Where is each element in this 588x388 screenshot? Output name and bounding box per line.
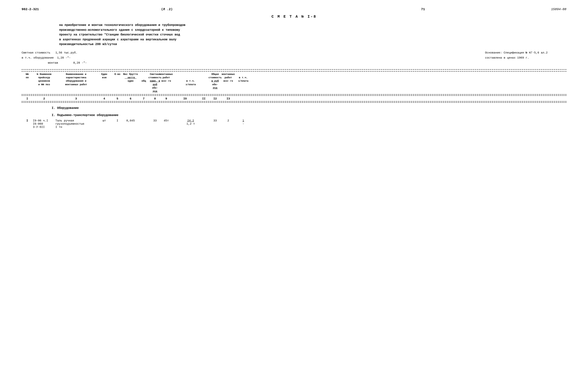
dashed-line-3 xyxy=(22,102,566,103)
cost-value1: 1,56 тыс.руб. xyxy=(55,51,77,54)
cell-cost-unit-equip: 33 xyxy=(149,119,161,122)
smeta-title-line: С М Е Т А № I-8 xyxy=(22,13,566,20)
col-header-qty: К-во xyxy=(112,73,123,93)
col-nums-row: I 2 3 4 5 6 7 8 9 IO II I2 I3 xyxy=(22,97,566,101)
col-num-10: IO xyxy=(172,97,198,100)
cell-cost-unit-mount-all: 45т xyxy=(161,119,172,122)
cell-total-mount-zp: 1 - xyxy=(236,119,251,125)
cell-qty: I xyxy=(112,119,123,122)
cell-name: Таль ручная грузоподъемностью I тн xyxy=(55,119,97,129)
smeta-title: С М Е Т А № I-8 xyxy=(271,14,317,19)
col-num-5: 5 xyxy=(112,97,123,100)
col-num-7: 7 xyxy=(138,97,149,100)
col-header-smeta-cost: Сметная стоимость един. в руб обо- руд xyxy=(149,73,161,93)
table-header: №№ пп № Наименов прейскур ценников и №№ … xyxy=(22,71,566,95)
description-block: на приобретение и монтаж технологическог… xyxy=(59,23,566,47)
dashed-line-1 xyxy=(22,69,566,70)
col-num-2: 2 xyxy=(33,97,55,100)
dashed-line-2 xyxy=(22,95,566,96)
col-header-mount-zp: в т.ч. з/плата xyxy=(172,73,209,93)
cost-section: Сметная стоимость 1,56 тыс.руб. в т.ч. о… xyxy=(22,50,566,66)
col-header-total-mount-all: монтажных работ все- го xyxy=(221,73,236,93)
cell-num-pp: I xyxy=(22,119,33,122)
col-num-3: 3 xyxy=(55,97,97,100)
page: 902-2-321 (Л .2) 71 15894-08 С М Е Т А №… xyxy=(22,7,566,130)
desc-line3: проекту на строительство "Станции биолог… xyxy=(59,32,566,37)
cost-label1: Сметная стоимость xyxy=(22,51,50,54)
desc-line4: в аэротенках продленной аэрации с аэрато… xyxy=(59,37,566,42)
doc-number: 902-2-321 xyxy=(22,7,39,11)
col-header-weight-unit: Вес брутто _ нетто_ един xyxy=(123,73,138,93)
cell-total-equip: 33 xyxy=(209,119,221,122)
col-header-price-list: № Наименов прейскур ценников и №№ поз xyxy=(33,73,55,93)
col-header-total-mount-zp: в т.ч. з/плата xyxy=(236,73,251,93)
col-num-4: 4 xyxy=(97,97,112,100)
col-num-12: I2 xyxy=(209,97,221,100)
cost-row2: в т.ч. оборудование 1,28 -"- xyxy=(22,55,87,60)
subsection-title-1: I. Подъемно-транспортное оборудование xyxy=(52,114,566,117)
desc-line1: на приобретение и монтаж технологическог… xyxy=(59,23,566,28)
col-num-13: I3 xyxy=(221,97,236,100)
col-header-mount-all: монтажных работ все- го xyxy=(161,73,172,93)
composed-label: составлена в ценах 1969 г. xyxy=(485,55,548,60)
cell-unit: шт xyxy=(97,119,112,122)
cost-left: Сметная стоимость 1,56 тыс.руб. в т.ч. о… xyxy=(22,50,87,66)
table-header-area: №№ пп № Наименов прейскур ценников и №№ … xyxy=(22,71,566,103)
desc-line2: производственно-вспомогательного здания … xyxy=(59,28,566,33)
col-header-weight-total: общ xyxy=(138,73,149,93)
cost-row1: Сметная стоимость 1,56 тыс.руб. xyxy=(22,50,87,55)
page-number: 71 xyxy=(295,7,551,11)
cell-total-mount-all: 2 xyxy=(221,119,236,122)
cost-right: Основание: Спецификация № КГ-5,6 ал.2 со… xyxy=(485,50,548,66)
col-header-num-pp: №№ пп xyxy=(22,73,33,93)
table-row: I I9-06 ч.I I6-060 3-У-6II Таль ручная г… xyxy=(22,118,566,130)
section-title-1: I. Оборудование xyxy=(52,106,566,110)
header-row: 902-2-321 (Л .2) 71 15894-08 xyxy=(22,7,566,11)
cost-label3: монтаж xyxy=(48,61,58,65)
col-num-11: II xyxy=(198,97,209,100)
desc-line5: производительностью 200 м3/сутки xyxy=(59,42,566,47)
cost-value3: 0,28 -"- xyxy=(73,61,87,65)
cost-label2: в т.ч. оборудование xyxy=(22,56,54,59)
col-num-6: 6 xyxy=(123,97,138,100)
col-header-name: Наименование и характеристика оборудован… xyxy=(55,73,97,93)
col-num-1: I xyxy=(22,97,33,100)
col-header-total-equip: Общая стоимость в руб обо- руд xyxy=(209,73,221,93)
col-header-unit: Един изм xyxy=(97,73,112,93)
basis-label: Основание: Спецификация № КГ-5,6 ал.2 xyxy=(485,50,548,55)
cost-value2: 1,28 -"- xyxy=(57,56,71,59)
cell-price-refs: I9-06 ч.I I6-060 3-У-6II xyxy=(33,119,55,129)
cost-row3: монтаж 0,28 -"- xyxy=(48,60,87,66)
col-num-9: 9 xyxy=(161,97,172,100)
smeta-ref-number: 15894-08 xyxy=(551,7,566,11)
cell-weight-unit: 0,045 xyxy=(123,119,138,122)
doc-code: (Л .2) xyxy=(39,7,295,11)
cell-cost-unit-mount-zp: 24,2 1,2 т xyxy=(172,119,209,125)
col-num-8: 8 xyxy=(149,97,161,100)
